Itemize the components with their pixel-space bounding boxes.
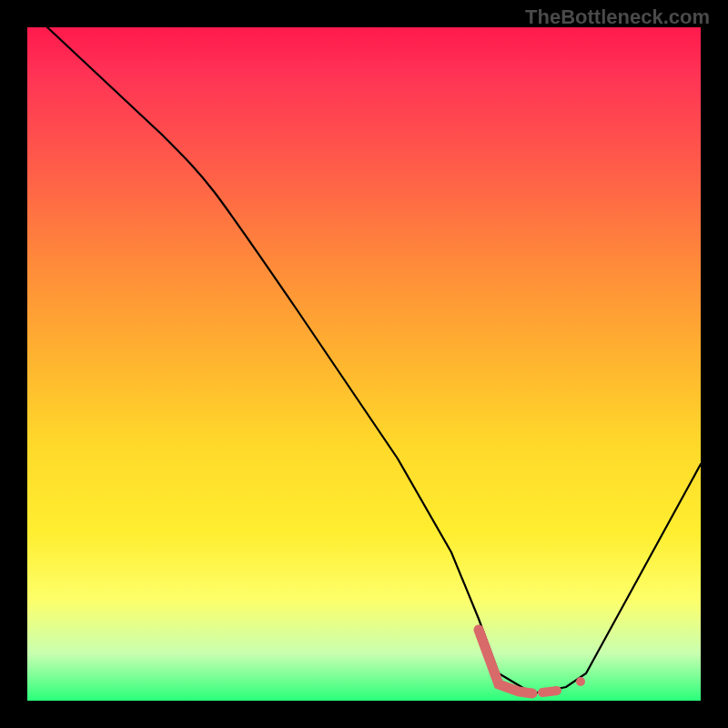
highlight-dot-2	[576, 677, 585, 686]
watermark-text: TheBottleneck.com	[525, 5, 710, 29]
plot-area	[27, 27, 701, 701]
main-curve-path	[47, 27, 701, 693]
highlight-dot-1	[542, 691, 557, 693]
chart-svg	[27, 27, 701, 701]
highlight-curve-path	[479, 630, 532, 693]
